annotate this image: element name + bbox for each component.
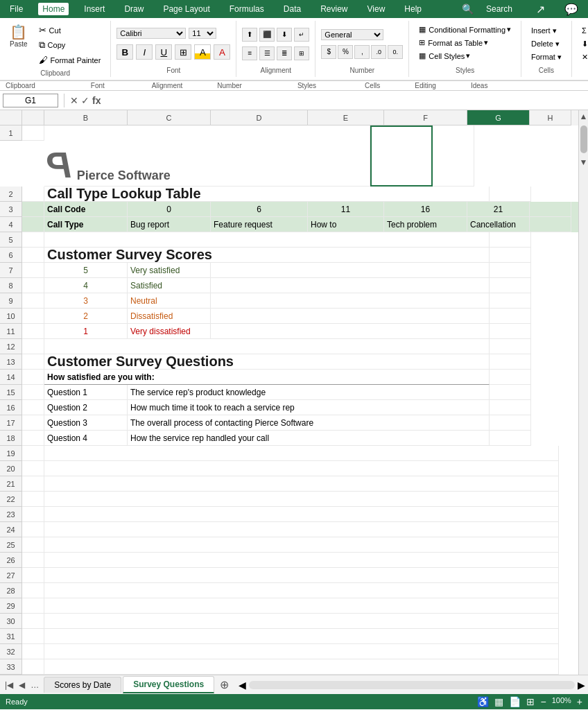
- cell-B8[interactable]: 4: [44, 278, 128, 293]
- cell-A5[interactable]: [22, 232, 44, 248]
- row-header-20[interactable]: 20: [0, 461, 22, 476]
- cell-D4[interactable]: Feature request: [211, 217, 308, 232]
- cell-F4[interactable]: Tech problem: [384, 217, 467, 232]
- col-header-D[interactable]: D: [211, 110, 308, 125]
- format-painter-button[interactable]: 🖌Format Painter: [35, 53, 105, 67]
- cell-C18[interactable]: How the service rep handled your call: [128, 431, 490, 446]
- normal-view-icon[interactable]: ▦: [494, 696, 503, 707]
- cell-D11[interactable]: [211, 324, 490, 339]
- align-right-button[interactable]: ≣: [277, 46, 292, 60]
- row-header-26[interactable]: 26: [0, 553, 22, 568]
- cell-A6[interactable]: [22, 248, 44, 263]
- row-header-15[interactable]: 15: [0, 385, 22, 400]
- format-cells-button[interactable]: Format ▾: [527, 51, 566, 63]
- cell-B12[interactable]: [44, 339, 490, 354]
- cell-C15[interactable]: The service rep's product knowledge: [128, 385, 490, 400]
- row-header-5[interactable]: 5: [0, 232, 22, 248]
- cell-C9[interactable]: Neutral: [128, 293, 211, 309]
- cell-A31[interactable]: [22, 629, 44, 644]
- cell-B13[interactable]: Customer Survey Questions: [44, 354, 490, 370]
- row-header-32[interactable]: 32: [0, 644, 22, 659]
- cell-H17[interactable]: [490, 415, 531, 431]
- cancel-formula-button[interactable]: ✕: [70, 95, 78, 106]
- search-icon[interactable]: 🔍: [458, 2, 478, 16]
- col-header-G[interactable]: G: [467, 110, 530, 125]
- cell-H10[interactable]: [490, 309, 531, 324]
- fill-color-button[interactable]: A: [194, 44, 211, 60]
- clear-button[interactable]: ✕ Clear ▾: [578, 51, 588, 63]
- cell-H2[interactable]: [490, 187, 531, 202]
- font-family-select[interactable]: Calibri: [116, 28, 186, 39]
- cell-B9[interactable]: 3: [44, 293, 128, 309]
- align-left-button[interactable]: ≡: [242, 46, 257, 60]
- italic-button[interactable]: I: [136, 44, 153, 60]
- delete-cells-button[interactable]: Delete ▾: [527, 38, 564, 50]
- cell-A4[interactable]: [22, 217, 44, 232]
- cell-B29[interactable]: [44, 598, 559, 614]
- cell-H9[interactable]: [490, 293, 531, 309]
- hscroll-right-button[interactable]: ▶: [578, 679, 585, 691]
- row-header-2[interactable]: 2: [0, 187, 22, 202]
- cell-H13[interactable]: [490, 354, 531, 370]
- menu-home[interactable]: Home: [38, 3, 69, 15]
- percent-button[interactable]: %: [338, 45, 353, 59]
- cell-C11[interactable]: Very dissatisfied: [128, 324, 211, 339]
- row-header-7[interactable]: 7: [0, 263, 22, 278]
- cell-A32[interactable]: [22, 644, 44, 659]
- cell-B6[interactable]: Customer Survey Scores: [44, 248, 490, 263]
- row-header-13[interactable]: 13: [0, 354, 22, 370]
- cell-A11[interactable]: [22, 324, 44, 339]
- row-header-22[interactable]: 22: [0, 492, 22, 507]
- cell-H18[interactable]: [490, 431, 531, 446]
- cell-A22[interactable]: [22, 492, 44, 507]
- cell-A26[interactable]: [22, 553, 44, 568]
- cut-button[interactable]: ✂Cut: [35, 24, 105, 37]
- cell-H6[interactable]: [490, 248, 531, 263]
- menu-draw[interactable]: Draw: [120, 3, 148, 15]
- cell-A15[interactable]: [22, 385, 44, 400]
- cell-A18[interactable]: [22, 431, 44, 446]
- vertical-scrollbar[interactable]: ▲ ▼: [578, 110, 588, 675]
- row-header-29[interactable]: 29: [0, 598, 22, 614]
- cell-H15[interactable]: [490, 385, 531, 400]
- cell-A27[interactable]: [22, 568, 44, 583]
- cell-G3[interactable]: 21: [467, 202, 530, 217]
- cell-B19[interactable]: [44, 446, 559, 461]
- paste-button[interactable]: 📋 Paste: [6, 24, 32, 49]
- formula-input[interactable]: [103, 94, 585, 107]
- cell-A21[interactable]: [22, 476, 44, 492]
- search-label[interactable]: Search: [482, 3, 517, 15]
- bold-button[interactable]: B: [116, 44, 133, 60]
- decrease-decimal-button[interactable]: 0.: [388, 45, 403, 59]
- scroll-up-button[interactable]: ▲: [578, 110, 588, 123]
- cell-H7[interactable]: [490, 263, 531, 278]
- cell-D3[interactable]: 6: [211, 202, 308, 217]
- horizontal-scrollbar[interactable]: [249, 681, 575, 689]
- cell-B24[interactable]: [44, 522, 559, 537]
- cell-A9[interactable]: [22, 293, 44, 309]
- copy-button[interactable]: ⧉Copy: [35, 38, 105, 52]
- cell-A14[interactable]: [22, 370, 44, 385]
- confirm-formula-button[interactable]: ✓: [81, 95, 89, 106]
- cell-C4[interactable]: Bug report: [128, 217, 211, 232]
- cell-B33[interactable]: [44, 659, 559, 675]
- row-header-10[interactable]: 10: [0, 309, 22, 324]
- cell-A24[interactable]: [22, 522, 44, 537]
- cell-B23[interactable]: [44, 507, 559, 522]
- fill-button[interactable]: ⬇ Fill ▾: [578, 38, 588, 50]
- align-top-button[interactable]: ⬆: [242, 28, 257, 42]
- menu-data[interactable]: Data: [279, 3, 305, 15]
- insert-function-button[interactable]: fx: [92, 95, 101, 106]
- row-header-28[interactable]: 28: [0, 583, 22, 598]
- cell-C3[interactable]: 0: [128, 202, 211, 217]
- cell-E4[interactable]: How to: [308, 217, 384, 232]
- row-header-3[interactable]: 3: [0, 202, 22, 217]
- cell-A23[interactable]: [22, 507, 44, 522]
- cell-B7[interactable]: 5: [44, 263, 128, 278]
- cell-B11[interactable]: 1: [44, 324, 128, 339]
- cell-A10[interactable]: [22, 309, 44, 324]
- border-button[interactable]: ⊞: [175, 44, 191, 60]
- cell-A2[interactable]: [22, 187, 44, 202]
- row-header-12[interactable]: 12: [0, 339, 22, 354]
- cell-D10[interactable]: [211, 309, 490, 324]
